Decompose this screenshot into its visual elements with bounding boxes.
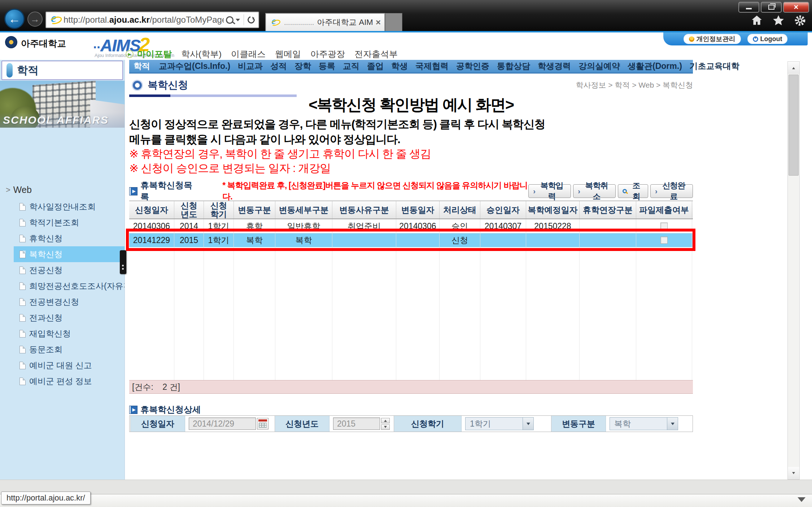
- calendar-icon[interactable]: [257, 418, 269, 429]
- nav-item-11[interactable]: 통합상담: [497, 61, 530, 72]
- nav-item-13[interactable]: 강의실예약: [579, 61, 620, 72]
- select-field-3[interactable]: 복학: [610, 417, 678, 430]
- field-control-1: 2015: [333, 418, 390, 430]
- document-icon: [19, 346, 26, 353]
- toolbar-button-0[interactable]: 복학입력: [528, 184, 571, 198]
- nav-item-14[interactable]: 생활관(Dorm.): [628, 61, 682, 72]
- spinner-up-icon[interactable]: [381, 418, 390, 423]
- nav-item-8[interactable]: 학생: [391, 61, 408, 72]
- file-checkbox[interactable]: [660, 222, 668, 230]
- back-button[interactable]: ←: [4, 9, 25, 29]
- header-link-0[interactable]: 마이포탈: [137, 48, 172, 60]
- nav-item-0[interactable]: 학적: [134, 61, 150, 72]
- toolbar-button-3[interactable]: 신청완료: [650, 184, 693, 198]
- forward-button[interactable]: →: [27, 12, 43, 27]
- sidebar-item-9[interactable]: 동문조회: [14, 341, 125, 357]
- toolbar-button-label: 신청완료: [659, 180, 688, 202]
- close-button[interactable]: ×: [783, 2, 809, 13]
- file-checkbox[interactable]: [660, 237, 668, 244]
- sidebar-item-4[interactable]: 전공신청: [14, 262, 125, 278]
- toolbar-button-1[interactable]: 복학취소: [573, 184, 616, 198]
- column-header-4: 변동세부구분: [275, 201, 332, 219]
- sidebar-item-2[interactable]: 휴학신청: [14, 230, 125, 246]
- chevron-down-icon[interactable]: [667, 418, 678, 430]
- date-input[interactable]: 2014/12/29: [189, 418, 256, 430]
- year-input[interactable]: 2015: [333, 418, 380, 430]
- nav-item-3[interactable]: 성적: [270, 61, 287, 72]
- sidebar-item-8[interactable]: 재입학신청: [14, 326, 125, 341]
- tab-close-icon[interactable]: ×: [376, 17, 381, 27]
- sidebar-item-6[interactable]: 전공변경신청: [14, 294, 125, 310]
- nav-item-12[interactable]: 학생경력: [538, 61, 571, 72]
- sidebar-item-3[interactable]: 복학신청: [14, 246, 125, 262]
- user-button-label: 개인정보관리: [697, 35, 735, 43]
- address-bar[interactable]: http://portal.ajou.ac.kr/portal/goToMyPa…: [45, 12, 259, 28]
- chevron-down-icon[interactable]: [523, 418, 533, 430]
- sidebar-section-web[interactable]: > Web: [6, 185, 125, 195]
- sidebar-menu: 학사일정안내조회학적기본조회휴학신청복학신청전공신청희망전공선호도조사(자유전공…: [0, 199, 125, 389]
- nav-item-9[interactable]: 국제협력: [415, 61, 449, 72]
- sidebar-item-5[interactable]: 희망전공선호도조사(자유전공: [14, 278, 125, 294]
- photo-caption: SCHOOL AFFIARS: [0, 113, 125, 128]
- privacy-button[interactable]: 개인정보관리: [684, 34, 741, 44]
- logout-button[interactable]: Logout: [747, 34, 788, 44]
- restore-button[interactable]: [761, 2, 782, 13]
- url-text[interactable]: http://portal.ajou.ac.kr/portal/goToMyPa…: [64, 15, 224, 25]
- search-icon[interactable]: [226, 16, 233, 24]
- status-chevron-icon[interactable]: [798, 497, 806, 502]
- table-row-1[interactable]: 2014122920151학기복학복학신청: [129, 233, 693, 247]
- toolbar-button-2[interactable]: 조회: [618, 184, 648, 198]
- select-field-2[interactable]: 1학기: [465, 417, 534, 430]
- table-row-0[interactable]: 2014030620141학기휴학일반휴학취업준비20140306승인20140…: [129, 219, 693, 233]
- browser-tab[interactable]: ............... 아주대학교 AIM... ×: [265, 13, 385, 31]
- sidebar-item-11[interactable]: 예비군 편성 정보: [14, 373, 125, 389]
- cell: 승인: [440, 219, 480, 233]
- nav-item-15[interactable]: 기초교육대학: [690, 61, 739, 72]
- close-icon: ×: [794, 3, 799, 11]
- header-link-5[interactable]: 전자출석부: [354, 48, 398, 60]
- home-icon[interactable]: [751, 14, 763, 27]
- nav-item-10[interactable]: 공학인증: [456, 61, 489, 72]
- nav-item-1[interactable]: 교과수업(Cls.Info.): [159, 61, 230, 72]
- empty-column: [480, 247, 526, 380]
- spinner-down-icon[interactable]: [381, 424, 390, 430]
- nav-item-7[interactable]: 졸업: [367, 61, 384, 72]
- nav-item-5[interactable]: 등록: [319, 61, 335, 72]
- scrollbar-thumb[interactable]: [789, 75, 799, 176]
- header-link-1[interactable]: 학사(학부): [181, 48, 222, 60]
- scroll-up-icon[interactable]: [788, 62, 799, 74]
- header-link-4[interactable]: 아주광장: [310, 48, 345, 60]
- cell: [332, 233, 396, 247]
- settings-gear-icon[interactable]: [794, 14, 806, 27]
- sidebar-item-1[interactable]: 학적기본조회: [14, 215, 125, 230]
- new-tab-stub[interactable]: [385, 13, 402, 32]
- sidebar-photo: SCHOOL AFFIARS: [0, 81, 125, 128]
- sidebar-item-label: 동문조회: [29, 344, 62, 355]
- nav-item-6[interactable]: 교직: [343, 61, 359, 72]
- sidebar-item-7[interactable]: 전과신청: [14, 310, 125, 326]
- nav-item-4[interactable]: 장학: [294, 61, 311, 72]
- vertical-scrollbar[interactable]: [787, 61, 800, 480]
- minimize-button[interactable]: [738, 2, 759, 13]
- sidebar-collapse-handle[interactable]: [120, 250, 126, 274]
- search-dropdown-icon[interactable]: [236, 19, 240, 23]
- header-link-3[interactable]: 웹메일: [275, 48, 301, 60]
- header-link-2[interactable]: 이클래스: [231, 48, 266, 60]
- scroll-down-icon[interactable]: [788, 467, 799, 479]
- cell: 20150228: [526, 219, 580, 233]
- refresh-icon[interactable]: [246, 15, 256, 25]
- sidebar-item-0[interactable]: 학사일정안내조회: [14, 199, 125, 215]
- cell: 신청: [440, 233, 480, 247]
- detail-form: 신청일자2014/12/29신청년도2015신청학기1학기변동구분복학: [129, 415, 693, 432]
- nav-item-2[interactable]: 비교과: [238, 61, 263, 72]
- empty-column: [440, 247, 480, 380]
- breadcrumb: 학사정보 > 학적 > Web > 복학신청: [576, 80, 693, 90]
- sidebar-title-box: 학적: [1, 61, 123, 80]
- document-icon: [19, 298, 26, 306]
- table-body: 2014030620141학기휴학일반휴학취업준비20140306승인20140…: [129, 219, 693, 247]
- document-icon: [19, 235, 26, 242]
- favorites-star-icon[interactable]: [772, 14, 785, 27]
- sidebar-item-10[interactable]: 예비군 대원 신고: [14, 357, 125, 373]
- count-label: [건수: 2 건]: [132, 382, 180, 393]
- sidebar-item-label: 예비군 편성 정보: [29, 376, 92, 387]
